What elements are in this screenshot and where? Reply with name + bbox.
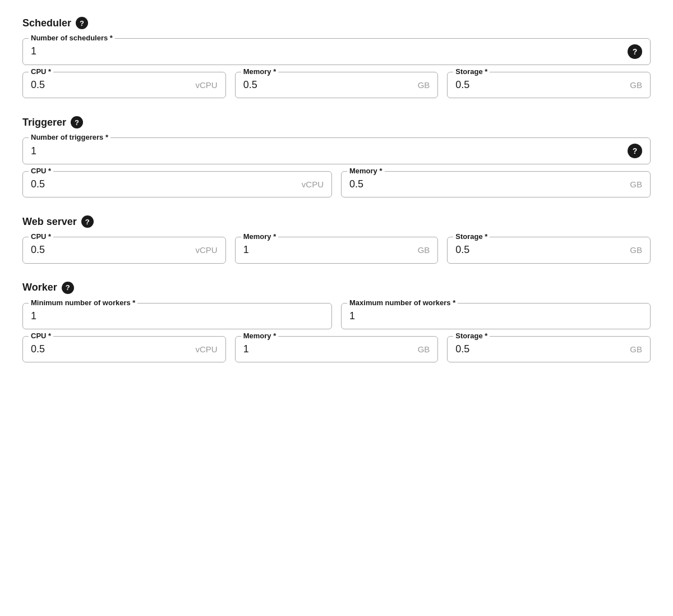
scheduler-help-icon[interactable]: ? [76,17,88,29]
scheduler-cpu-label: CPU * [29,67,53,76]
webserver-storage-row: 0.5 GB [455,243,642,257]
scheduler-memory-unit: GB [418,80,430,90]
webserver-title: Web server [22,216,77,228]
worker-cpu-row: 0.5 vCPU [31,342,218,356]
worker-min-field-row: 1 [31,309,324,323]
scheduler-cpu-field[interactable]: CPU * 0.5 vCPU [22,72,226,98]
scheduler-memory-field[interactable]: Memory * 0.5 GB [235,72,439,98]
triggerer-header: Triggerer ? [22,116,651,128]
triggerer-memory-field[interactable]: Memory * 0.5 GB [341,171,651,197]
worker-max-field-row: 1 [349,309,642,323]
webserver-memory-row: 1 GB [243,243,430,257]
triggerer-count-field[interactable]: Number of triggerers * 1 ? [22,137,651,164]
scheduler-cpu-value: 0.5 [31,78,45,92]
worker-memory-row: 1 GB [243,342,430,356]
scheduler-memory-row: 0.5 GB [243,78,430,92]
triggerer-count-row: Number of triggerers * 1 ? [22,137,651,164]
webserver-cpu-value: 0.5 [31,243,45,257]
webserver-help-icon[interactable]: ? [81,215,94,228]
scheduler-memory-value: 0.5 [243,78,257,92]
scheduler-storage-field[interactable]: Storage * 0.5 GB [447,72,651,98]
webserver-storage-label: Storage * [453,232,490,241]
triggerer-count-label: Number of triggerers * [29,133,110,141]
worker-memory-unit: GB [418,344,430,354]
worker-storage-row: 0.5 GB [455,342,642,356]
triggerer-title: Triggerer [22,117,66,128]
worker-cpu-unit: vCPU [196,344,218,354]
webserver-section: Web server ? CPU * 0.5 vCPU Memory * 1 G… [22,215,651,263]
triggerer-memory-unit: GB [630,180,642,189]
scheduler-count-value: 1 [31,44,36,58]
worker-storage-field[interactable]: Storage * 0.5 GB [447,336,651,362]
scheduler-count-row: Number of schedulers * 1 ? [22,38,651,65]
webserver-memory-unit: GB [418,245,430,255]
triggerer-help-icon[interactable]: ? [71,116,83,128]
worker-storage-unit: GB [630,344,642,354]
webserver-memory-field[interactable]: Memory * 1 GB [235,237,439,263]
worker-memory-field[interactable]: Memory * 1 GB [235,336,439,362]
worker-help-icon[interactable]: ? [62,282,74,294]
triggerer-cpu-row: 0.5 vCPU [31,177,324,191]
worker-min-value: 1 [31,309,36,323]
scheduler-count-field-row: 1 ? [31,44,642,59]
scheduler-storage-row: 0.5 GB [455,78,642,92]
scheduler-storage-value: 0.5 [455,78,469,92]
triggerer-memory-label: Memory * [347,167,385,175]
webserver-cpu-field[interactable]: CPU * 0.5 vCPU [22,237,226,263]
webserver-cpu-unit: vCPU [196,245,218,255]
scheduler-resources-row: CPU * 0.5 vCPU Memory * 0.5 GB Storage *… [22,72,651,98]
worker-max-label: Maximum number of workers * [347,298,458,307]
webserver-memory-value: 1 [243,243,249,257]
triggerer-cpu-label: CPU * [29,167,53,175]
scheduler-title: Scheduler [22,17,71,29]
triggerer-cpu-value: 0.5 [31,177,45,191]
scheduler-header: Scheduler ? [22,17,651,29]
worker-min-label: Minimum number of workers * [29,298,137,307]
scheduler-cpu-unit: vCPU [196,80,218,90]
webserver-memory-label: Memory * [241,232,279,241]
webserver-storage-value: 0.5 [455,243,469,257]
triggerer-memory-value: 0.5 [349,177,363,191]
triggerer-count-value: 1 [31,144,36,158]
worker-count-row: Minimum number of workers * 1 Maximum nu… [22,303,651,329]
triggerer-section: Triggerer ? Number of triggerers * 1 ? C… [22,116,651,197]
scheduler-count-label: Number of schedulers * [29,34,115,42]
scheduler-count-help-icon[interactable]: ? [628,44,642,59]
scheduler-storage-label: Storage * [453,67,490,76]
worker-header: Worker ? [22,282,651,294]
worker-storage-label: Storage * [453,332,490,340]
triggerer-memory-row: 0.5 GB [349,177,642,191]
worker-cpu-field[interactable]: CPU * 0.5 vCPU [22,336,226,362]
worker-storage-value: 0.5 [455,342,469,356]
worker-memory-value: 1 [243,342,249,356]
worker-max-value: 1 [349,309,355,323]
webserver-cpu-row: 0.5 vCPU [31,243,218,257]
triggerer-count-help-icon[interactable]: ? [628,144,642,158]
worker-title: Worker [22,282,57,293]
worker-cpu-value: 0.5 [31,342,45,356]
worker-section: Worker ? Minimum number of workers * 1 M… [22,282,651,362]
scheduler-section: Scheduler ? Number of schedulers * 1 ? C… [22,17,651,98]
triggerer-cpu-unit: vCPU [302,180,324,189]
webserver-cpu-label: CPU * [29,232,53,241]
triggerer-resources-row: CPU * 0.5 vCPU Memory * 0.5 GB [22,171,651,197]
webserver-resources-row: CPU * 0.5 vCPU Memory * 1 GB Storage * 0… [22,237,651,263]
worker-max-field[interactable]: Maximum number of workers * 1 [341,303,651,329]
scheduler-storage-unit: GB [630,80,642,90]
scheduler-count-field[interactable]: Number of schedulers * 1 ? [22,38,651,65]
webserver-storage-unit: GB [630,245,642,255]
worker-cpu-label: CPU * [29,332,53,340]
triggerer-count-field-row: 1 ? [31,144,642,158]
worker-min-field[interactable]: Minimum number of workers * 1 [22,303,332,329]
worker-memory-label: Memory * [241,332,279,340]
worker-resources-row: CPU * 0.5 vCPU Memory * 1 GB Storage * 0… [22,336,651,362]
scheduler-memory-label: Memory * [241,67,279,76]
triggerer-cpu-field[interactable]: CPU * 0.5 vCPU [22,171,332,197]
webserver-header: Web server ? [22,215,651,228]
webserver-storage-field[interactable]: Storage * 0.5 GB [447,237,651,263]
scheduler-cpu-row: 0.5 vCPU [31,78,218,92]
